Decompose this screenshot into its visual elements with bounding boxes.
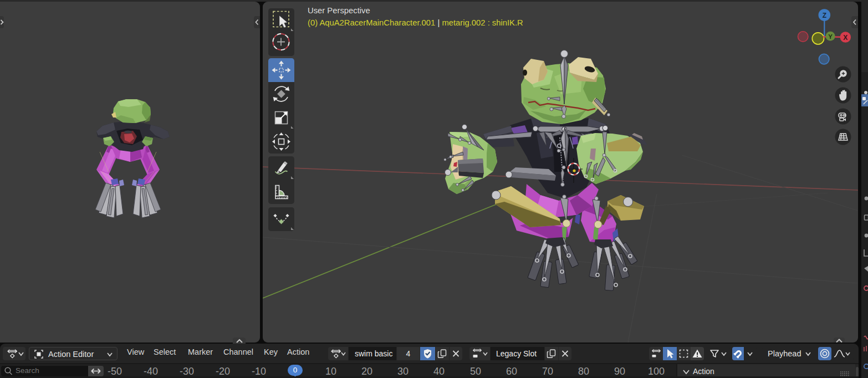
svg-text:Z: Z [823,12,826,19]
svg-text:Y: Y [828,33,833,40]
svg-text:X: X [843,34,847,42]
